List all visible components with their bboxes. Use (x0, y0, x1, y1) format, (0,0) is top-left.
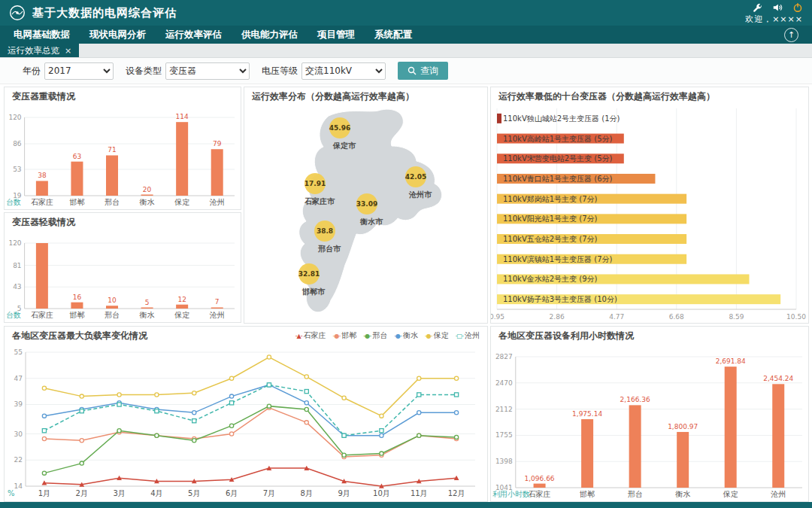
search-icon (408, 66, 417, 75)
tab-label: 运行效率总览 (8, 45, 59, 56)
svg-text:保定: 保定 (174, 311, 189, 319)
tab-close-icon[interactable]: × (65, 46, 71, 56)
power-icon[interactable] (792, 2, 803, 13)
svg-text:邯郸: 邯郸 (579, 490, 595, 498)
circle-legend-marker-icon: -●- (394, 333, 401, 339)
app-window: 基于大数据的电网综合评估 欢迎，×××× 电网基础数据 现状电网分析 运行效率评… (0, 0, 812, 508)
nav-item-operation-efficiency[interactable]: 运行效率评估 (165, 29, 222, 41)
legend-item-保定[interactable]: -●-保定 (425, 330, 449, 341)
device-type-select[interactable]: 变压器 (165, 62, 250, 80)
svg-text:石家庄: 石家庄 (31, 311, 53, 319)
lightload-bar-chart: 54381120石家庄16邯郸10邢台5衡水12保定7沧州台数 (5, 231, 241, 322)
svg-text:55: 55 (14, 348, 23, 356)
wrench-icon[interactable] (752, 2, 762, 13)
svg-text:12月: 12月 (448, 489, 465, 497)
overload-bar-chart: 19538612038石家庄63邯郸71邢台20衡水114保定79沧州台数 (5, 105, 241, 209)
circle-legend-marker-icon: -●- (333, 333, 341, 339)
svg-text:110kV阳光站1号主变 (7分): 110kV阳光站1号主变 (7分) (503, 214, 598, 223)
svg-text:1,800.97: 1,800.97 (668, 423, 698, 430)
svg-text:2112: 2112 (495, 406, 513, 413)
svg-text:79: 79 (213, 140, 222, 148)
svg-text:邢台: 邢台 (628, 490, 643, 498)
legend-label: 邢台 (372, 330, 387, 341)
svg-text:2,166.36: 2,166.36 (620, 396, 650, 403)
svg-text:110kV青口站1号主变压器 (6分): 110kV青口站1号主变压器 (6分) (503, 175, 613, 183)
legend-label: 邯郸 (341, 330, 356, 341)
year-label: 年份 (23, 65, 41, 78)
tab-operation-efficiency-overview[interactable]: 运行效率总览 × (0, 44, 79, 57)
svg-text:利用小时数: 利用小时数 (492, 490, 530, 498)
svg-text:14: 14 (14, 482, 23, 490)
speaker-icon[interactable] (772, 2, 783, 13)
panel-transformer-lightload: 变压器轻载情况 54381120石家庄16邯郸10邢台5衡水12保定7沧州台数 (4, 212, 241, 323)
svg-text:20: 20 (143, 186, 152, 193)
svg-text:110kV滨镇站1号主变压器 (7分): 110kV滨镇站1号主变压器 (7分) (503, 255, 613, 263)
panel-max-load-rate: 各地区变压器最大负载率变化情况 -▲-石家庄-●-邯郸-●-邢台-●-衡水-●-… (4, 326, 488, 502)
nav-item-current-grid-analysis[interactable]: 现状电网分析 (89, 29, 146, 41)
nav-item-system-config[interactable]: 系统配置 (374, 29, 412, 41)
svg-text:1398: 1398 (495, 458, 513, 465)
panel-title-lightload: 变压器轻载情况 (12, 216, 75, 229)
svg-text:衡水市: 衡水市 (359, 217, 383, 226)
svg-text:保定: 保定 (174, 198, 189, 206)
nav-item-supply-capacity[interactable]: 供电能力评估 (241, 29, 298, 41)
svg-text:3月: 3月 (113, 489, 125, 497)
svg-text:11月: 11月 (411, 489, 428, 497)
svg-text:邯郸: 邯郸 (68, 198, 84, 206)
svg-text:42.05: 42.05 (405, 173, 426, 181)
svg-text:1755: 1755 (495, 431, 513, 439)
nav-item-project-management[interactable]: 项目管理 (317, 29, 355, 41)
filter-bar: 年份 2017 设备类型 变压器 电压等级 交流110kV 查询 (0, 58, 812, 84)
svg-text:16: 16 (73, 294, 82, 301)
svg-text:衡水: 衡水 (139, 311, 155, 319)
svg-text:2470: 2470 (495, 379, 513, 387)
voltage-level-select[interactable]: 交流110kV (301, 62, 386, 80)
svg-text:邯郸市: 邯郸市 (301, 287, 326, 296)
svg-text:邢台: 邢台 (105, 198, 120, 206)
nav-item-grid-basic-data[interactable]: 电网基础数据 (14, 29, 70, 41)
svg-text:30: 30 (14, 430, 23, 438)
efficiency-distribution-map: 45.96保定市42.05沧州市17.91石家庄市33.09衡水市38.8邢台市… (244, 105, 487, 323)
panel-utilization-hours: 各地区变压器设备利用小时数情况 104113981755211224702827… (490, 326, 809, 502)
app-title: 基于大数据的电网综合评估 (32, 6, 177, 20)
svg-text:5月: 5月 (188, 489, 200, 497)
lowest-efficiency-hbar-chart: 0.952.864.776.688.5910.50110kV独山城站2号主变压器… (491, 105, 808, 323)
svg-text:110kV金水站2号主变 (9分): 110kV金水站2号主变 (9分) (503, 275, 598, 283)
search-button[interactable]: 查询 (398, 62, 448, 80)
panel-lowest-efficiency-transformers: 运行效率最低的十台变压器（分数越高运行效率越高） 0.952.864.776.6… (490, 87, 809, 324)
svg-text:32.81: 32.81 (298, 270, 320, 278)
back-to-top-button[interactable]: ↑ (784, 28, 798, 42)
welcome-text: 欢迎，×××× (745, 14, 803, 25)
svg-text:9月: 9月 (338, 489, 350, 497)
svg-text:邢台: 邢台 (105, 311, 120, 319)
legend-item-衡水[interactable]: -●-衡水 (394, 330, 418, 341)
svg-text:120: 120 (8, 114, 21, 121)
svg-text:邢台市: 邢台市 (317, 245, 341, 253)
svg-text:沧州: 沧州 (770, 490, 786, 498)
legend-item-邯郸[interactable]: -●-邯郸 (333, 330, 357, 341)
legend-item-石家庄[interactable]: -▲-石家庄 (295, 330, 326, 341)
panel-title-loadrate: 各地区变压器最大负载率变化情况 (12, 330, 147, 342)
footer-bar (0, 502, 812, 508)
svg-text:沧州: 沧州 (209, 198, 225, 206)
svg-text:7: 7 (215, 298, 220, 306)
header-right: 欢迎，×××× (745, 1, 803, 25)
year-select[interactable]: 2017 (44, 62, 114, 80)
svg-text:0.95: 0.95 (491, 313, 504, 321)
legend-label: 衡水 (403, 330, 418, 341)
panel-title-hours: 各地区变压器设备利用小时数情况 (498, 330, 634, 342)
svg-text:沧州: 沧州 (209, 311, 225, 319)
load-rate-line-chart: 1422303947551月2月3月4月5月6月7月8月9月10月11月12月% (5, 345, 487, 501)
svg-text:33.09: 33.09 (356, 200, 377, 208)
svg-text:110kV宋营变电站2号主变 (5分): 110kV宋营变电站2号主变 (5分) (503, 154, 613, 163)
legend-item-沧州[interactable]: -□-沧州 (456, 330, 480, 341)
panel-title-map: 运行效率分布（分数越高运行效率越高） (252, 90, 414, 103)
svg-text:1,975.14: 1,975.14 (572, 410, 602, 418)
svg-text:45.96: 45.96 (329, 124, 350, 132)
legend-item-邢台[interactable]: -●-邢台 (363, 330, 387, 341)
svg-text:台数: 台数 (6, 311, 21, 319)
header-icons (752, 2, 803, 13)
svg-text:43: 43 (13, 283, 21, 291)
svg-text:保定市: 保定市 (332, 141, 356, 150)
svg-text:10.50: 10.50 (786, 313, 806, 321)
